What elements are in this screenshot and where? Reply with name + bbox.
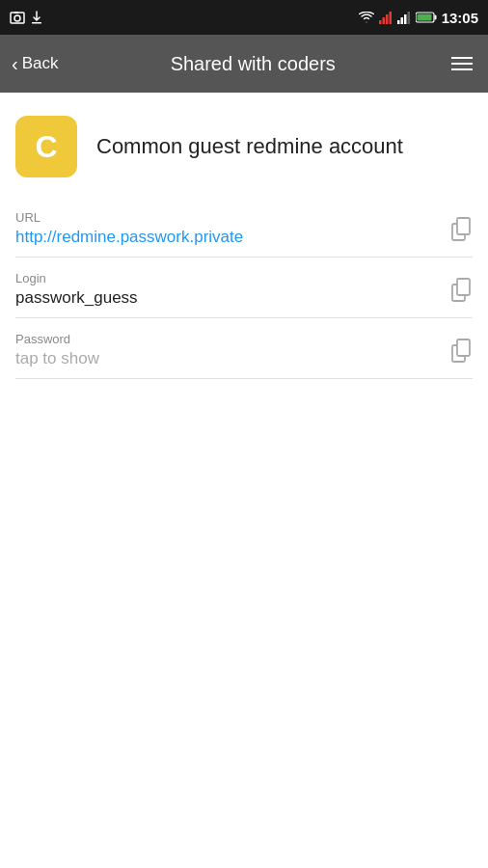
status-bar-left — [10, 11, 42, 24]
hamburger-line-2 — [451, 63, 473, 65]
menu-button[interactable] — [447, 57, 476, 70]
password-value[interactable]: tap to show — [15, 349, 440, 368]
back-button[interactable]: ‹ Back — [12, 53, 58, 75]
svg-rect-10 — [404, 14, 407, 24]
url-copy-button[interactable] — [451, 217, 473, 241]
password-field-row: Password tap to show — [15, 318, 473, 379]
account-name: Common guest redmine account — [96, 134, 403, 159]
login-field-row: Login passwork_guess — [15, 258, 473, 318]
svg-rect-7 — [389, 12, 392, 24]
password-field-content: Password tap to show — [15, 332, 440, 368]
battery-icon — [416, 12, 437, 23]
fields-container: URL http://redmine.passwork.private Logi… — [0, 197, 488, 379]
svg-rect-6 — [386, 14, 389, 24]
svg-rect-18 — [457, 279, 470, 295]
login-value[interactable]: passwork_guess — [15, 288, 440, 308]
svg-rect-3 — [32, 22, 41, 24]
svg-rect-13 — [434, 15, 436, 20]
url-field-content: URL http://redmine.passwork.private — [15, 210, 440, 247]
svg-rect-9 — [400, 17, 403, 24]
back-arrow-icon: ‹ — [12, 53, 18, 75]
svg-rect-2 — [14, 12, 18, 14]
copy-icon-svg — [451, 217, 473, 241]
svg-point-1 — [14, 15, 20, 21]
signal2-icon — [397, 12, 411, 24]
svg-rect-5 — [382, 17, 385, 24]
login-label: Login — [15, 271, 440, 285]
signal1-icon — [379, 12, 393, 24]
password-label: Password — [15, 332, 440, 346]
navbar: ‹ Back Shared with coders — [0, 35, 488, 93]
hamburger-line-3 — [451, 68, 473, 70]
svg-rect-8 — [397, 20, 400, 24]
url-label: URL — [15, 210, 440, 225]
copy-icon-svg-login — [451, 278, 473, 302]
svg-rect-11 — [407, 12, 410, 24]
status-bar: 13:05 — [0, 0, 488, 35]
login-field-content: Login passwork_guess — [15, 271, 440, 308]
login-copy-button[interactable] — [451, 278, 473, 302]
back-label: Back — [22, 54, 59, 73]
screenshot-icon — [10, 11, 25, 24]
svg-rect-16 — [457, 218, 470, 234]
download-icon — [31, 11, 42, 24]
avatar-letter: C — [35, 129, 57, 165]
svg-rect-20 — [457, 339, 470, 356]
url-field-row: URL http://redmine.passwork.private — [15, 197, 473, 258]
navbar-title: Shared with coders — [58, 53, 447, 75]
hamburger-line-1 — [451, 57, 473, 59]
password-copy-button[interactable] — [451, 339, 473, 363]
url-value[interactable]: http://redmine.passwork.private — [15, 228, 440, 247]
account-header: C Common guest redmine account — [0, 93, 488, 197]
svg-rect-4 — [379, 20, 382, 24]
copy-icon-svg-password — [451, 339, 473, 363]
svg-rect-14 — [417, 14, 431, 21]
status-time: 13:05 — [442, 10, 478, 26]
status-bar-right: 13:05 — [359, 10, 478, 26]
wifi-icon — [359, 12, 374, 23]
account-avatar: C — [15, 116, 77, 177]
